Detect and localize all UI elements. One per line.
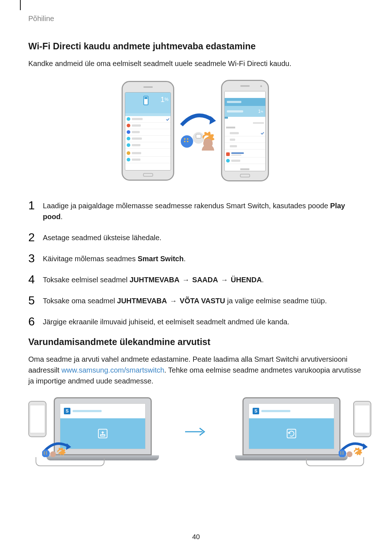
step-item: 1Laadige ja paigaldage mõlemasse seadmes… [28,200,362,222]
step-text: Toksake oma seadmel JUHTMEVABA → VÕTA VA… [43,295,362,306]
step-item: 5Toksake oma seadmel JUHTMEVABA → VÕTA V… [28,295,362,306]
step-item: 6Järgige ekraanile ilmuvaid juhiseid, et… [28,316,362,327]
smart-switch-icon: S [64,408,70,414]
illustration-computer-transfer: S S [28,397,362,466]
svg-point-15 [44,452,45,453]
steps-list: 1Laadige ja paigaldage mõlemasse seadmes… [28,200,362,327]
svg-point-14 [42,450,50,457]
section1-intro: Kandke andmeid üle oma eelmiselt seadmel… [28,58,362,69]
svg-point-11 [202,144,214,151]
svg-point-8 [184,141,185,142]
svg-point-18 [46,454,47,455]
step-text: Käivitage mõlemas seadmes Smart Switch. [43,253,362,264]
svg-point-9 [187,141,188,142]
illustration-wifi-direct: 1% [28,80,362,181]
samsung-link[interactable]: www.samsung.com/smartswitch [61,366,164,374]
page-number: 40 [192,533,200,541]
percent-value: 1 [160,95,164,104]
restore-icon [287,429,296,438]
svg-point-19 [50,451,56,457]
step-number: 5 [28,295,43,306]
svg-point-25 [340,454,342,455]
svg-rect-4 [196,134,201,138]
svg-point-17 [44,454,45,455]
step-item: 4Toksake eelmisel seadmel JUHTMEVABA → S… [28,274,362,285]
step-number: 2 [28,231,43,243]
section1-title: Wi-Fi Directi kaudu andmete juhtmevaba e… [28,41,362,52]
percent-symbol: % [164,97,168,102]
svg-point-22 [339,450,346,457]
step-number: 1 [28,200,43,222]
step-number: 6 [28,316,43,327]
svg-point-6 [184,138,185,140]
section2-paragraph: Oma seadme ja arvuti vahel andmete edast… [28,354,362,386]
step-text: Asetage seadmed üksteise lähedale. [43,231,362,243]
svg-point-27 [347,451,352,457]
step-text: Toksake eelmisel seadmel JUHTMEVABA → SA… [43,274,362,285]
svg-rect-12 [101,435,105,436]
smart-switch-icon: S [253,408,259,414]
svg-point-16 [46,452,47,453]
step-item: 3Käivitage mõlemas seadmes Smart Switch. [28,253,362,264]
step-number: 4 [28,274,43,285]
upload-icon [98,429,107,438]
step-text: Järgige ekraanile ilmuvaid juhiseid, et … [43,316,362,327]
section2-title: Varundamisandmete ülekandmine arvutist [28,337,362,347]
step-item: 2Asetage seadmed üksteise lähedale. [28,231,362,243]
svg-marker-21 [363,443,368,450]
svg-marker-2 [209,116,216,124]
svg-rect-1 [144,97,147,99]
svg-point-26 [343,454,344,455]
svg-point-24 [343,452,344,453]
arrow-right-icon [184,426,206,437]
svg-marker-13 [66,443,71,450]
step-number: 3 [28,253,43,264]
svg-point-23 [340,452,342,453]
svg-point-7 [187,138,188,140]
step-text: Laadige ja paigaldage mõlemasse seadmess… [43,200,362,222]
breadcrumb: Põhiline [28,15,54,23]
